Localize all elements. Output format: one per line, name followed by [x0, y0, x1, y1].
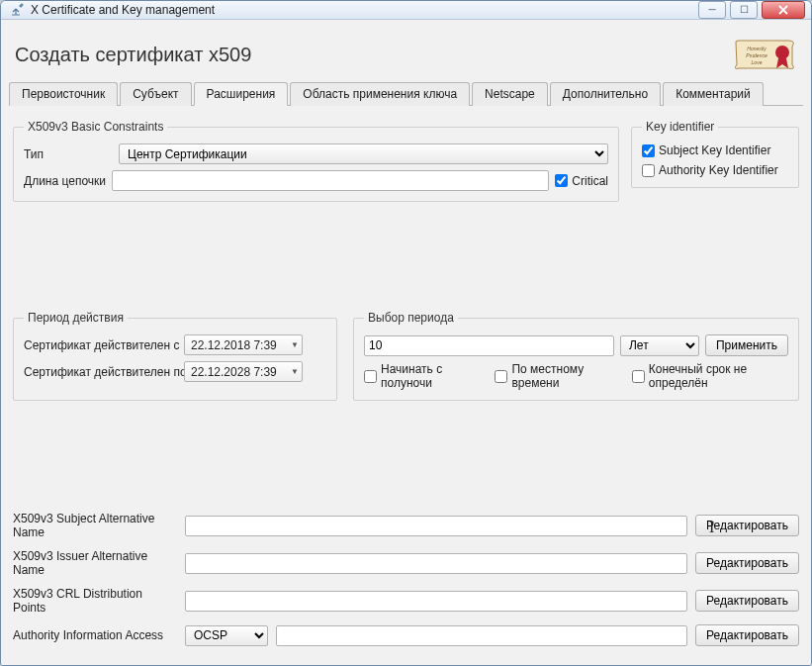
apply-button[interactable]: Применить: [705, 334, 788, 356]
midnight-checkbox[interactable]: [364, 370, 377, 383]
chevron-down-icon: ▼: [291, 340, 299, 349]
basic-constraints-legend: X509v3 Basic Constraints: [24, 120, 167, 134]
range-amount-input[interactable]: [364, 335, 614, 356]
window-buttons: ─ ☐: [698, 1, 805, 19]
ian-input[interactable]: [185, 553, 687, 574]
san-label: X509v3 Subject Alternative Name: [13, 512, 177, 539]
window-title: X Certificate and Key management: [31, 3, 692, 17]
valid-from-value: 22.12.2018 7:39: [191, 338, 277, 352]
localtime-wrap[interactable]: По местному времени: [495, 362, 617, 390]
validity-period-legend: Период действия: [24, 311, 128, 325]
crl-edit-button[interactable]: Редактировать: [695, 590, 799, 612]
certificate-seal-icon: Honestly Prudence Love: [730, 36, 801, 73]
chain-length-label: Длина цепочки: [24, 174, 106, 188]
subject-key-id-label: Subject Key Identifier: [659, 143, 770, 157]
subject-key-id-checkbox[interactable]: [642, 144, 655, 157]
crl-input[interactable]: [185, 591, 687, 612]
tab-bar: Первоисточник Субъект Расширения Область…: [9, 81, 803, 106]
critical-label: Critical: [572, 174, 608, 188]
key-identifier-legend: Key identifier: [642, 120, 718, 134]
type-label: Тип: [24, 147, 113, 161]
titlebar[interactable]: X Certificate and Key management ─ ☐: [1, 1, 811, 20]
critical-checkbox-wrap[interactable]: Critical: [555, 174, 608, 188]
chain-length-input[interactable]: [112, 170, 549, 191]
type-combo[interactable]: Центр Сертификации: [119, 143, 608, 164]
svg-text:Prudence: Prudence: [746, 52, 767, 58]
svg-text:Love: Love: [752, 59, 763, 65]
authority-key-id-wrap[interactable]: Authority Key Identifier: [642, 163, 778, 177]
svg-point-0: [775, 46, 789, 59]
aia-label: Authority Information Access: [13, 628, 177, 642]
svg-text:Honestly: Honestly: [747, 46, 767, 51]
valid-to-label: Сертификат действителен по: [24, 365, 178, 379]
subject-key-id-wrap[interactable]: Subject Key Identifier: [642, 143, 770, 157]
valid-from-label: Сертификат действителен с: [24, 338, 178, 352]
app-icon: [9, 2, 25, 18]
tab-comment[interactable]: Комментарий: [663, 82, 764, 106]
san-input[interactable]: [185, 516, 687, 536]
maximize-button[interactable]: ☐: [730, 1, 758, 19]
ian-label: X509v3 Issuer Alternative Name: [13, 549, 177, 577]
tab-extensions[interactable]: Расширения: [194, 82, 289, 106]
range-legend: Выбор периода: [364, 311, 458, 325]
validity-period-group: Период действия Сертификат действителен …: [13, 311, 337, 401]
midnight-wrap[interactable]: Начинать с полуночи: [364, 362, 481, 390]
range-group: Выбор периода Лет Применить Начинать с п…: [353, 311, 799, 401]
text-cursor-icon: I: [709, 519, 714, 536]
basic-constraints-group: X509v3 Basic Constraints Тип Центр Серти…: [13, 120, 619, 202]
minimize-button[interactable]: ─: [698, 1, 726, 19]
authority-key-id-checkbox[interactable]: [642, 164, 655, 177]
tab-key-usage[interactable]: Область применения ключа: [290, 82, 470, 106]
aia-edit-button[interactable]: Редактировать: [695, 624, 799, 646]
extensions-tab-content: X509v3 Basic Constraints Тип Центр Серти…: [9, 110, 803, 660]
crl-label: X509v3 CRL Distribution Points: [13, 587, 177, 615]
indefinite-label: Конечный срок не определён: [649, 362, 788, 390]
localtime-checkbox[interactable]: [495, 370, 507, 383]
midnight-label: Начинать с полуночи: [381, 362, 481, 390]
tab-subject[interactable]: Субъект: [120, 82, 191, 106]
indefinite-checkbox[interactable]: [632, 370, 645, 383]
critical-checkbox[interactable]: [555, 174, 568, 187]
chevron-down-icon: ▼: [291, 367, 299, 376]
indefinite-wrap[interactable]: Конечный срок не определён: [632, 362, 788, 390]
valid-from-picker[interactable]: 22.12.2018 7:39 ▼: [184, 334, 303, 355]
close-button[interactable]: [762, 1, 805, 19]
key-identifier-group: Key identifier Subject Key Identifier Au…: [631, 120, 799, 188]
localtime-label: По местному времени: [511, 362, 617, 390]
aia-type-combo[interactable]: OCSP: [185, 625, 268, 646]
valid-to-picker[interactable]: 22.12.2028 7:39 ▼: [184, 361, 303, 382]
certificate-dialog: X Certificate and Key management ─ ☐ Соз…: [0, 0, 812, 666]
ian-edit-button[interactable]: Редактировать: [695, 552, 799, 574]
aia-input[interactable]: [276, 625, 687, 646]
tab-source[interactable]: Первоисточник: [9, 82, 118, 106]
authority-key-id-label: Authority Key Identifier: [659, 163, 778, 177]
tab-advanced[interactable]: Дополнительно: [550, 82, 661, 106]
client-area: Создать сертификат x509 Honestly Prudenc…: [1, 20, 811, 666]
page-title: Создать сертификат x509: [15, 44, 251, 66]
range-unit-combo[interactable]: Лет: [620, 335, 699, 356]
valid-to-value: 22.12.2028 7:39: [191, 365, 277, 379]
tab-netscape[interactable]: Netscape: [472, 82, 548, 106]
